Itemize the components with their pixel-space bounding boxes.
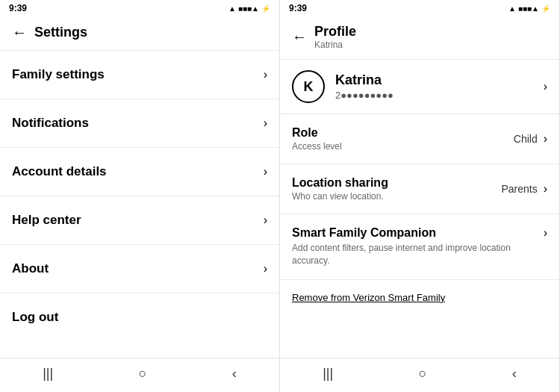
settings-title: Settings: [34, 25, 87, 40]
menu-item-family-settings[interactable]: Family settings ›: [0, 50, 279, 99]
settings-header: ← Settings: [0, 16, 279, 50]
nav-bar-right: ||| ○ ‹: [280, 358, 559, 392]
profile-info: Katrina 2●●●●●●●●●: [335, 72, 393, 101]
role-value: Child: [514, 133, 538, 145]
nav-back-icon[interactable]: ‹: [232, 366, 237, 382]
profile-header: ← Profile Katrina: [280, 16, 559, 59]
role-right: Child ›: [514, 132, 547, 146]
smart-family-subtitle: Add content filters, pause internet and …: [292, 242, 536, 267]
back-button-left[interactable]: ←: [12, 24, 27, 41]
role-title: Role: [292, 126, 514, 140]
menu-item-logout[interactable]: Log out: [0, 293, 279, 341]
chevron-icon-smart-family: ›: [544, 226, 547, 240]
right-panel: 9:39 ▲ ■■■▲ ⚡ ← Profile Katrina K Katrin…: [280, 0, 560, 392]
chevron-icon-profile: ›: [544, 80, 547, 93]
time-right: 9:39: [289, 3, 307, 13]
smart-family-row[interactable]: Smart Family Companion Add content filte…: [280, 214, 559, 279]
status-bar-left: 9:39 ▲ ■■■▲ ⚡: [0, 0, 279, 16]
battery-icon: ▲: [228, 4, 236, 13]
menu-item-help-center[interactable]: Help center ›: [0, 196, 279, 244]
role-left: Role Access level: [292, 126, 514, 152]
remove-from-smart-family-link[interactable]: Remove from Verizon Smart Family: [292, 292, 445, 303]
location-sharing-row[interactable]: Location sharing Who can view location. …: [280, 164, 559, 214]
back-button-right[interactable]: ←: [292, 28, 307, 46]
chevron-icon-family: ›: [264, 68, 267, 81]
signal-icon-right: ■■■▲: [518, 4, 539, 13]
nav-home-icon[interactable]: ○: [139, 366, 147, 382]
wifi-icon: ⚡: [261, 4, 270, 13]
role-subtitle: Access level: [292, 141, 514, 152]
profile-header-text: Profile Katrina: [314, 24, 356, 50]
nav-bar-left: ||| ○ ‹: [0, 358, 279, 392]
signal-icon: ■■■▲: [238, 4, 259, 13]
chevron-icon-notifications: ›: [264, 116, 267, 130]
location-title: Location sharing: [292, 176, 501, 190]
remove-link-container: Remove from Verizon Smart Family: [280, 279, 559, 314]
wifi-icon-right: ⚡: [541, 4, 550, 13]
location-left: Location sharing Who can view location.: [292, 176, 501, 202]
battery-icon-right: ▲: [508, 4, 516, 13]
chevron-icon-about: ›: [264, 262, 267, 276]
chevron-icon-help: ›: [264, 214, 267, 227]
left-panel: 9:39 ▲ ■■■▲ ⚡ ← Settings Family settings…: [0, 0, 280, 392]
menu-item-account-details[interactable]: Account details ›: [0, 147, 279, 196]
profile-number: 2●●●●●●●●●: [335, 90, 393, 101]
profile-header-subtitle: Katrina: [314, 40, 356, 50]
nav-recent-icon-right[interactable]: |||: [323, 366, 333, 382]
profile-title: Profile: [314, 24, 356, 40]
nav-home-icon-right[interactable]: ○: [419, 366, 427, 382]
role-row[interactable]: Role Access level Child ›: [280, 113, 559, 164]
profile-name: Katrina: [335, 72, 393, 88]
nav-back-icon-right[interactable]: ‹: [512, 366, 517, 382]
profile-row[interactable]: K Katrina 2●●●●●●●●● ›: [280, 59, 559, 113]
avatar: K: [292, 70, 325, 103]
location-value: Parents: [501, 183, 537, 195]
smart-family-title: Smart Family Companion: [292, 226, 536, 240]
location-subtitle: Who can view location.: [292, 191, 501, 202]
time-left: 9:39: [9, 3, 27, 13]
menu-item-notifications[interactable]: Notifications ›: [0, 99, 279, 147]
profile-left: K Katrina 2●●●●●●●●●: [292, 70, 393, 103]
menu-item-about[interactable]: About ›: [0, 244, 279, 293]
smart-family-left: Smart Family Companion Add content filte…: [292, 226, 544, 267]
status-icons-left: ▲ ■■■▲ ⚡: [228, 4, 270, 13]
chevron-icon-role: ›: [544, 132, 547, 146]
chevron-icon-account: ›: [264, 165, 267, 178]
location-right: Parents ›: [501, 182, 547, 196]
chevron-icon-location: ›: [544, 182, 547, 196]
status-icons-right: ▲ ■■■▲ ⚡: [508, 4, 550, 13]
status-bar-right: 9:39 ▲ ■■■▲ ⚡: [280, 0, 559, 16]
nav-recent-icon[interactable]: |||: [43, 366, 53, 382]
